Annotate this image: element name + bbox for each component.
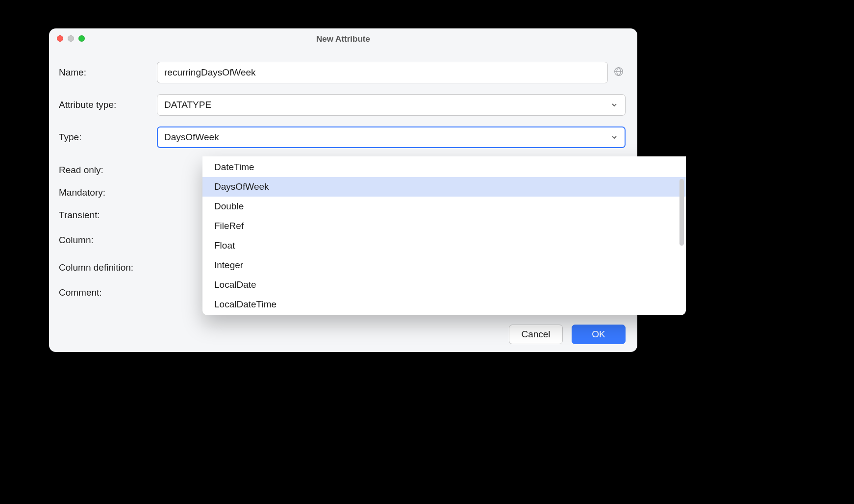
dropdown-scrollbar[interactable] <box>679 179 684 246</box>
label-comment: Comment: <box>59 287 157 298</box>
type-control-area: DaysOfWeek <box>157 126 626 148</box>
window-title: New Attribute <box>316 34 370 44</box>
type-option[interactable]: LocalDate <box>202 275 686 295</box>
type-option[interactable]: Float <box>202 236 686 255</box>
name-control-area: recurringDaysOfWeek <box>157 62 626 83</box>
label-transient: Transient: <box>59 210 157 221</box>
attribute-type-value: DATATYPE <box>164 100 211 110</box>
attribute-type-select[interactable]: DATATYPE <box>157 94 626 116</box>
type-option[interactable]: FileRef <box>202 216 686 236</box>
row-name: Name: recurringDaysOfWeek <box>59 62 626 83</box>
type-option[interactable]: LocalDateTime <box>202 295 686 314</box>
cancel-button[interactable]: Cancel <box>509 325 563 344</box>
label-mandatory: Mandatory: <box>59 187 157 198</box>
chevron-down-icon <box>610 101 618 109</box>
ok-button[interactable]: OK <box>572 325 626 344</box>
row-type: Type: DaysOfWeek <box>59 126 626 148</box>
close-icon[interactable] <box>57 35 63 42</box>
label-name: Name: <box>59 67 157 78</box>
button-bar: Cancel OK <box>509 325 626 344</box>
label-type: Type: <box>59 132 157 143</box>
name-input[interactable]: recurringDaysOfWeek <box>157 62 608 83</box>
type-option[interactable]: DateTime <box>202 157 686 177</box>
type-option[interactable]: DaysOfWeek <box>202 177 686 197</box>
minimize-icon[interactable] <box>68 35 74 42</box>
localize-button[interactable] <box>612 66 626 79</box>
label-column: Column: <box>59 235 157 246</box>
new-attribute-dialog: New Attribute Name: recurringDaysOfWeek <box>49 28 637 352</box>
label-read-only: Read only: <box>59 165 157 176</box>
titlebar: New Attribute <box>49 28 637 50</box>
type-option[interactable]: Integer <box>202 255 686 275</box>
type-select[interactable]: DaysOfWeek <box>157 126 626 148</box>
type-dropdown: DateTimeDaysOfWeekDoubleFileRefFloatInte… <box>202 156 686 315</box>
label-column-definition: Column definition: <box>59 262 157 273</box>
name-input-value: recurringDaysOfWeek <box>164 67 256 78</box>
row-attribute-type: Attribute type: DATATYPE <box>59 94 626 116</box>
chevron-down-icon <box>610 133 618 141</box>
attribute-type-control-area: DATATYPE <box>157 94 626 116</box>
zoom-icon[interactable] <box>78 35 85 42</box>
globe-icon <box>613 66 624 79</box>
label-attribute-type: Attribute type: <box>59 100 157 110</box>
window-controls <box>57 35 85 42</box>
type-option[interactable]: Double <box>202 197 686 216</box>
type-value: DaysOfWeek <box>164 132 219 143</box>
